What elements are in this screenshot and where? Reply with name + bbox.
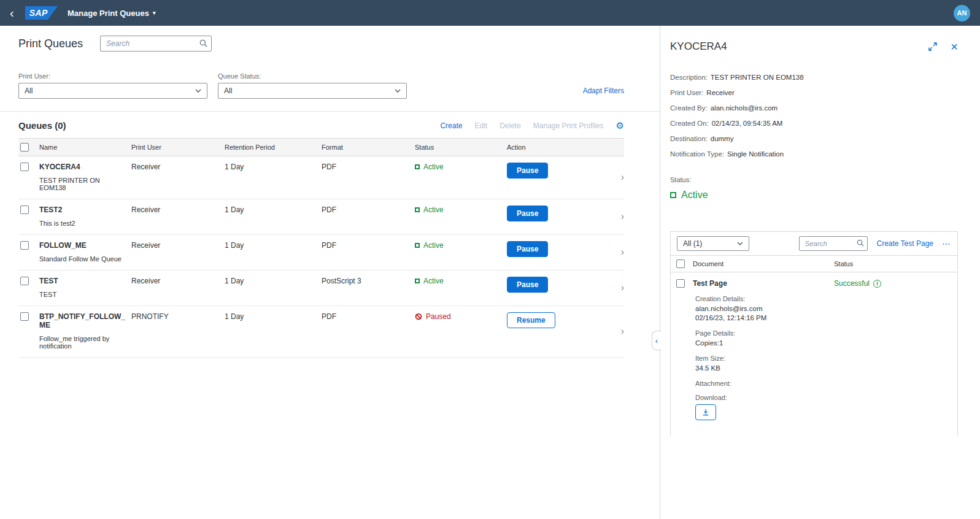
table-row[interactable]: KYOCERA4 TEST PRINTER ON EOM138 Receiver… xyxy=(18,156,624,199)
documents-filter-select[interactable]: All (1) xyxy=(677,236,749,251)
row-checkbox[interactable] xyxy=(20,241,29,250)
table-row[interactable]: TEST2 This is test2 Receiver 1 Day PDF A… xyxy=(18,199,624,235)
expand-panel-chevron-icon[interactable]: ‹ xyxy=(652,331,661,350)
row-checkbox[interactable] xyxy=(20,206,29,214)
search-icon[interactable] xyxy=(199,39,207,47)
chevron-right-icon[interactable]: › xyxy=(621,282,624,293)
filter-bar: Print User: All Queue Status: All Adapt … xyxy=(18,72,624,99)
queue-name: FOLLOW_ME xyxy=(39,241,131,250)
queue-format: PostScript 3 xyxy=(322,277,415,285)
documents-section: All (1) Create Test Page ⋯ Document Stat… xyxy=(670,231,958,436)
chevron-right-icon[interactable]: › xyxy=(621,247,624,258)
column-format: Format xyxy=(322,144,415,151)
search-icon[interactable] xyxy=(857,239,864,247)
documents-table-header: Document Status xyxy=(671,255,957,272)
create-test-page-link[interactable]: Create Test Page xyxy=(876,239,933,248)
queue-print-user: Receiver xyxy=(131,206,225,214)
row-checkbox[interactable] xyxy=(676,279,685,288)
queues-toolbar: Queues (0) Create Edit Delete Manage Pri… xyxy=(18,120,624,131)
detail-field: Destination:dummy xyxy=(670,135,958,142)
column-action: Action xyxy=(507,144,605,151)
detail-status: Status: Active xyxy=(670,176,958,201)
download: Download: xyxy=(695,394,951,420)
status-badge: Active xyxy=(415,163,507,171)
detail-fields: Description:TEST PRINTER ON EOM138 Print… xyxy=(670,74,958,158)
row-checkbox[interactable] xyxy=(20,312,29,321)
close-icon[interactable]: × xyxy=(951,40,958,53)
document-row[interactable]: Test Page Successful i xyxy=(671,272,957,290)
row-checkbox[interactable] xyxy=(20,277,29,285)
info-icon[interactable]: i xyxy=(873,280,881,288)
document-details: Creation Details: alan.nichols@irs.com 0… xyxy=(671,290,957,436)
status-badge: Active xyxy=(415,206,507,214)
sap-logo: SAP xyxy=(25,6,58,20)
delete-button[interactable]: Delete xyxy=(500,121,521,130)
user-avatar[interactable]: AN xyxy=(954,5,970,21)
queue-name: TEST2 xyxy=(39,206,131,214)
creation-details: Creation Details: alan.nichols@irs.com 0… xyxy=(695,295,951,323)
pause-button[interactable]: Pause xyxy=(507,163,548,179)
search-input[interactable] xyxy=(100,36,212,52)
chevron-right-icon[interactable]: › xyxy=(621,172,624,183)
create-button[interactable]: Create xyxy=(440,121,462,130)
print-user-select[interactable]: All xyxy=(18,83,207,99)
chevron-right-icon[interactable]: › xyxy=(621,211,624,222)
queue-format: PDF xyxy=(322,241,415,250)
table-row[interactable]: BTP_NOTIFY_FOLLOW_ME Follow_me triggered… xyxy=(18,306,624,358)
chevron-down-icon xyxy=(395,89,401,93)
download-button[interactable] xyxy=(695,404,716,420)
queue-retention: 1 Day xyxy=(225,277,322,285)
app-title-menu[interactable]: Manage Print Queues ▾ xyxy=(68,9,155,18)
download-icon xyxy=(702,409,709,416)
queue-status-filter: Queue Status: All xyxy=(218,72,407,99)
document-name: Test Page xyxy=(693,279,834,288)
detail-title: KYOCERA4 xyxy=(670,40,727,53)
queue-status-select[interactable]: All xyxy=(218,83,407,99)
document-status: Successful i xyxy=(834,279,957,288)
detail-field: Print User:Receiver xyxy=(670,89,958,96)
print-user-value: All xyxy=(25,87,33,95)
active-status-icon xyxy=(415,164,420,169)
queue-format: PDF xyxy=(322,163,415,171)
manage-print-profiles-button[interactable]: Manage Print Profiles xyxy=(533,121,604,130)
adapt-filters-link[interactable]: Adapt Filters xyxy=(583,87,624,95)
queue-description: Follow_me triggered by notification xyxy=(39,335,131,350)
back-icon[interactable]: ‹ xyxy=(10,7,14,19)
pause-button[interactable]: Pause xyxy=(507,206,548,221)
row-checkbox[interactable] xyxy=(20,163,29,171)
detail-header: KYOCERA4 × xyxy=(670,40,958,53)
resume-button[interactable]: Resume xyxy=(507,312,555,328)
select-all-checkbox[interactable] xyxy=(20,143,29,152)
table-row[interactable]: FOLLOW_ME Standard Follow Me Queue Recei… xyxy=(18,235,624,271)
queue-retention: 1 Day xyxy=(225,206,322,214)
queue-description: TEST PRINTER ON EOM138 xyxy=(39,177,131,191)
select-all-checkbox[interactable] xyxy=(676,260,685,268)
chevron-right-icon[interactable]: › xyxy=(621,326,624,337)
queue-name-cell: FOLLOW_ME Standard Follow Me Queue xyxy=(39,241,131,263)
edit-button[interactable]: Edit xyxy=(474,121,487,130)
main-area: Print Queues Print User: All Queue Statu… xyxy=(0,26,980,519)
active-status-icon xyxy=(415,243,420,248)
active-status-icon xyxy=(415,279,420,283)
column-print-user: Print User xyxy=(131,144,225,151)
queue-retention: 1 Day xyxy=(225,312,322,321)
shellbar: ‹ SAP Manage Print Queues ▾ AN xyxy=(0,0,980,26)
attachment: Attachment: xyxy=(695,380,951,387)
detail-field: Created On:02/14/23, 09:54:35 AM xyxy=(670,120,958,127)
queue-name-cell: BTP_NOTIFY_FOLLOW_ME Follow_me triggered… xyxy=(39,312,131,350)
pause-button[interactable]: Pause xyxy=(507,277,548,293)
active-status-icon xyxy=(670,192,676,198)
queue-name-cell: TEST2 This is test2 xyxy=(39,206,131,227)
queue-name: KYOCERA4 xyxy=(39,163,131,171)
queues-title: Queues (0) xyxy=(18,120,66,131)
table-row[interactable]: TEST TEST Receiver 1 Day PostScript 3 Ac… xyxy=(18,271,624,306)
manage-print-queues-app: ‹ SAP Manage Print Queues ▾ AN Print Que… xyxy=(0,0,980,519)
page-details: Page Details: Copies:1 xyxy=(695,329,951,348)
column-status: Status xyxy=(415,144,507,151)
overflow-menu-icon[interactable]: ⋯ xyxy=(942,239,951,248)
item-size: Item Size: 34.5 KB xyxy=(695,355,951,373)
queues-actions: Create Edit Delete Manage Print Profiles… xyxy=(440,121,624,130)
enter-fullscreen-icon[interactable] xyxy=(928,42,937,51)
table-settings-gear-icon[interactable]: ⚙ xyxy=(616,121,624,130)
pause-button[interactable]: Pause xyxy=(507,241,548,257)
